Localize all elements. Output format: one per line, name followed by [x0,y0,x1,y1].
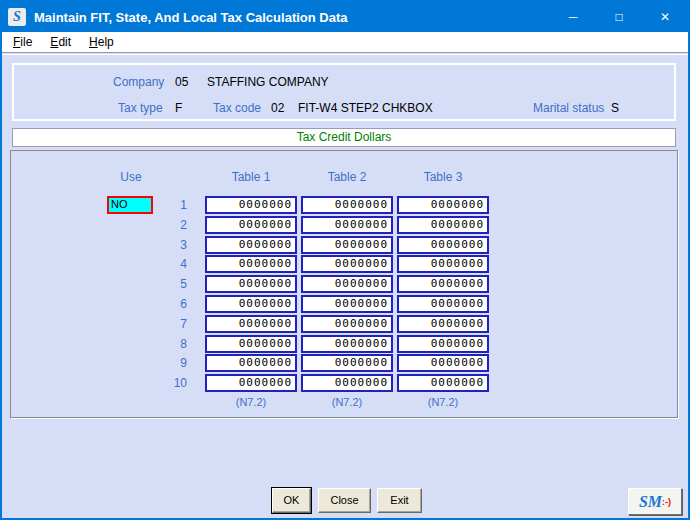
row-number: 10 [141,376,187,390]
table1-value-field[interactable]: 0000000 [205,236,297,254]
table1-value-field[interactable]: 0000000 [205,275,297,293]
table3-value-field[interactable]: 0000000 [397,275,489,293]
menu-item-file[interactable]: File [6,33,39,51]
menu-item-help[interactable]: Help [82,33,121,51]
header-panel: Company 05 STAFFING COMPANY Tax type F T… [12,63,676,121]
sm-logo-button[interactable]: S M :-) [628,488,682,515]
table2-value-field[interactable]: 0000000 [301,236,393,254]
row-number: 6 [141,297,187,311]
row-number: 5 [141,277,187,291]
table3-value-field[interactable]: 0000000 [397,255,489,273]
table1-value-field[interactable]: 0000000 [205,255,297,273]
client-area: Company 05 STAFFING COMPANY Tax type F T… [2,54,688,518]
table3-format-label: (N7.2) [397,396,489,408]
use-column-header: Use [96,170,166,184]
table-row: 8 0000000 0000000 0000000 [11,335,677,353]
tax-code-label: Tax code [213,101,261,115]
marital-status-value: S [611,101,619,115]
company-name: STAFFING COMPANY [207,75,329,89]
table2-value-field[interactable]: 0000000 [301,255,393,273]
table1-value-field[interactable]: 0000000 [205,196,297,214]
table1-value-field[interactable]: 0000000 [205,315,297,333]
sm-logo-s: S [639,494,648,510]
tax-code-name: FIT-W4 STEP2 CHKBOX [298,101,433,115]
table3-value-field[interactable]: 0000000 [397,295,489,313]
table2-value-field[interactable]: 0000000 [301,335,393,353]
table2-value-field[interactable]: 0000000 [301,354,393,372]
row-number: 1 [141,198,187,212]
company-label: Company [113,75,164,89]
app-window: S Maintain FIT, State, And Local Tax Cal… [0,0,690,520]
table1-format-label: (N7.2) [205,396,297,408]
table-row: 3 0000000 0000000 0000000 [11,236,677,254]
table2-value-field[interactable]: 0000000 [301,216,393,234]
table1-value-field[interactable]: 0000000 [205,295,297,313]
menu-bar: File Edit Help [2,32,688,53]
table3-value-field[interactable]: 0000000 [397,354,489,372]
tax-type-value: F [175,101,182,115]
row-number: 9 [141,356,187,370]
table2-value-field[interactable]: 0000000 [301,275,393,293]
tax-type-label: Tax type [118,101,163,115]
app-icon: S [8,8,26,26]
table1-column-header: Table 1 [205,170,297,184]
table1-value-field[interactable]: 0000000 [205,216,297,234]
table2-value-field[interactable]: 0000000 [301,374,393,392]
close-dialog-button[interactable]: Close [318,488,371,513]
table1-value-field[interactable]: 0000000 [205,354,297,372]
table3-column-header: Table 3 [397,170,489,184]
row-number: 3 [141,238,187,252]
table-row: 1 0000000 0000000 0000000 [11,196,677,214]
row-number: 7 [141,317,187,331]
table-row: 4 0000000 0000000 0000000 [11,255,677,273]
table3-value-field[interactable]: 0000000 [397,216,489,234]
table3-value-field[interactable]: 0000000 [397,374,489,392]
table-row: 10 0000000 0000000 0000000 [11,374,677,392]
minimize-button[interactable]: ─ [550,2,596,32]
row-number: 8 [141,337,187,351]
window-title: Maintain FIT, State, And Local Tax Calcu… [34,10,348,25]
table-row: 2 0000000 0000000 0000000 [11,216,677,234]
maximize-button[interactable]: □ [596,2,642,32]
table-row: 7 0000000 0000000 0000000 [11,315,677,333]
table2-column-header: Table 2 [301,170,393,184]
table1-value-field[interactable]: 0000000 [205,374,297,392]
table-row: 6 0000000 0000000 0000000 [11,295,677,313]
row-number: 4 [141,257,187,271]
table2-format-label: (N7.2) [301,396,393,408]
table3-value-field[interactable]: 0000000 [397,335,489,353]
table3-value-field[interactable]: 0000000 [397,315,489,333]
close-button[interactable]: ✕ [642,2,688,32]
menu-item-edit[interactable]: Edit [43,33,78,51]
table2-value-field[interactable]: 0000000 [301,315,393,333]
table-row: 5 0000000 0000000 0000000 [11,275,677,293]
table2-value-field[interactable]: 0000000 [301,295,393,313]
table1-value-field[interactable]: 0000000 [205,335,297,353]
ok-button[interactable]: OK [272,488,311,513]
company-code: 05 [175,75,188,89]
tax-credit-table-panel: Use Table 1 Table 2 Table 3 NO 1 0000000… [10,150,678,418]
titlebar: S Maintain FIT, State, And Local Tax Cal… [2,2,688,32]
marital-status-label: Marital status [533,101,604,115]
tax-code-value: 02 [271,101,284,115]
section-title: Tax Credit Dollars [12,128,676,147]
exit-button[interactable]: Exit [377,488,422,513]
table2-value-field[interactable]: 0000000 [301,196,393,214]
table3-value-field[interactable]: 0000000 [397,196,489,214]
window-controls: ─ □ ✕ [550,2,688,32]
table3-value-field[interactable]: 0000000 [397,236,489,254]
table-row: 9 0000000 0000000 0000000 [11,354,677,372]
sm-logo-m: M [648,494,661,510]
sm-logo-smiley: :-) [662,497,671,507]
row-number: 2 [141,218,187,232]
